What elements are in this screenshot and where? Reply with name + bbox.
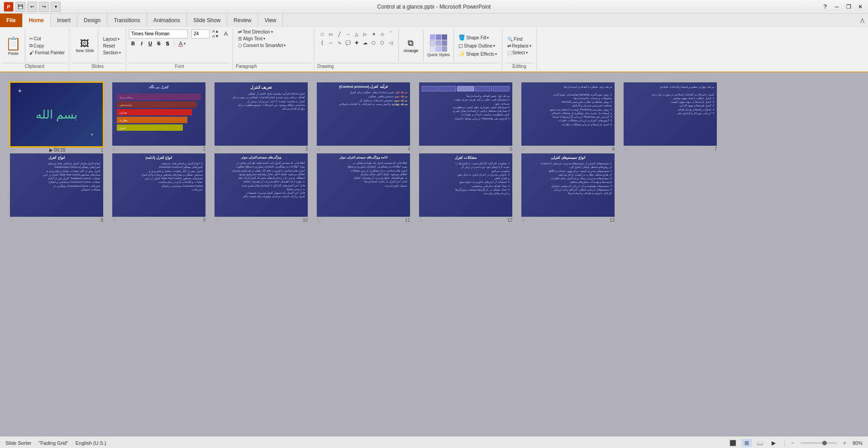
zoom-handle[interactable] bbox=[822, 441, 827, 445]
slide-sorter-area: بسم الله ✦ ✦ ☆ ▶ 00:15 1 کنترل بی نگاه bbox=[0, 72, 868, 436]
undo-quick-access[interactable]: ↩ bbox=[27, 2, 37, 12]
find-button[interactable]: 🔍 Find bbox=[505, 36, 534, 42]
zoom-level[interactable]: 80% bbox=[853, 440, 863, 446]
font-size-box[interactable]: 24 bbox=[191, 29, 210, 38]
slide-12-title: مشکلات کنترل bbox=[419, 153, 512, 161]
slide-thumb[interactable]: مرحله چهارم: تنظیم برنامه‌ها و اقدامات ا… bbox=[623, 81, 718, 153]
slide-thumb[interactable]: مشکلات کنترل 1. مقاومت کارکنان: کارکنان … bbox=[418, 153, 513, 223]
slide-thumb[interactable]: مرحله اول: تعیین اهداف و استانداردها 1.م… bbox=[418, 81, 513, 153]
tab-transitions[interactable]: Transitions bbox=[107, 14, 147, 27]
slide-thumb[interactable]: انواع سیستم‌های کنترلی 1. سیستم‌های کنتر… bbox=[520, 153, 615, 223]
help-button[interactable]: ? bbox=[821, 3, 829, 11]
strikethrough-button[interactable]: S bbox=[155, 39, 163, 48]
shape-line[interactable]: ╱ bbox=[335, 30, 343, 38]
arrange-button[interactable]: ⧉ Arrange bbox=[401, 29, 421, 62]
layout-button[interactable]: Layout ▾ bbox=[101, 36, 123, 42]
clear-format-button[interactable]: A bbox=[222, 30, 230, 38]
shape-brace[interactable]: { bbox=[318, 38, 326, 47]
slide-7-content: مرحله چهارم: تنظیم برنامه‌ها و اقدامات ا… bbox=[624, 82, 717, 146]
normal-view-button[interactable]: ⬛ bbox=[728, 439, 738, 447]
shape-effects-button[interactable]: ✨ Shape Effects ▾ bbox=[456, 50, 499, 57]
decrease-font-button[interactable]: A▼ bbox=[211, 34, 220, 38]
slide-thumb[interactable]: ویژگی‌های سیستم کنترلی موثر اطلاعاتی که … bbox=[214, 153, 309, 223]
font-color-button[interactable]: A ▾ bbox=[176, 40, 188, 48]
italic-button[interactable]: I bbox=[138, 39, 146, 48]
tab-home[interactable]: Home bbox=[23, 14, 51, 28]
paragraph-label: Paragraph bbox=[236, 63, 311, 70]
slide-6-number: 6 bbox=[612, 147, 615, 152]
slide-1-star1: ✦ bbox=[17, 87, 23, 95]
slide-thumb[interactable]: کنترل بی نگاه برنامه ریزی سازماندهی هدای… bbox=[111, 81, 206, 153]
slide-sorter-button[interactable]: ⊞ bbox=[742, 439, 752, 447]
reset-button[interactable]: Reset bbox=[101, 43, 123, 49]
tab-insert[interactable]: Insert bbox=[51, 14, 77, 27]
redo-quick-access[interactable]: ↪ bbox=[39, 2, 49, 12]
section-button[interactable]: Section ▾ bbox=[101, 50, 123, 56]
bold-button[interactable]: B bbox=[129, 39, 137, 48]
tab-design[interactable]: Design bbox=[77, 14, 107, 27]
tab-animations[interactable]: Animations bbox=[147, 14, 187, 27]
slide-4-container: فرآیند کنترل (Control process) مرحله اول… bbox=[316, 81, 411, 147]
copy-button[interactable]: ⧉ Copy bbox=[27, 43, 67, 49]
slide-thumb[interactable]: ادامه ویژگی‌های سیستم کنترلی موثر اطلاعا… bbox=[316, 153, 411, 223]
align-text-button[interactable]: ☰ Align Text ▾ bbox=[236, 36, 267, 42]
slide-thumb[interactable]: فرآیند کنترل (Control process) مرحله اول… bbox=[316, 81, 411, 153]
shape-cross[interactable]: ✚ bbox=[353, 38, 361, 47]
quick-styles-button[interactable]: Quick Styles bbox=[426, 29, 451, 62]
slideshow-view-button[interactable]: ▶ bbox=[769, 439, 779, 447]
slide-thumb[interactable]: تعریف کنترل کنترل،Control فرآیند مقایسه … bbox=[214, 81, 309, 153]
customize-quick-access[interactable]: ▾ bbox=[51, 2, 61, 12]
close-button[interactable]: ✕ bbox=[856, 3, 864, 11]
qs-cell-9 bbox=[442, 46, 447, 52]
shape-pentagon[interactable]: ⬠ bbox=[370, 38, 378, 47]
minimize-button[interactable]: ─ bbox=[833, 3, 841, 11]
ribbon-collapse[interactable]: ⋀ bbox=[857, 14, 868, 27]
zoom-in-button[interactable]: ＋ bbox=[842, 439, 847, 446]
text-direction-button[interactable]: ⇄ Text Direction ▾ bbox=[236, 29, 275, 35]
slide-5-number: 5 bbox=[510, 147, 512, 152]
new-slide-button[interactable]: 🖼 New Slide bbox=[72, 29, 98, 62]
format-painter-button[interactable]: 🖌 Format Painter bbox=[27, 50, 67, 56]
zoom-slider[interactable] bbox=[801, 442, 837, 444]
restore-button[interactable]: ❐ bbox=[844, 3, 853, 11]
shape-hex[interactable]: ⬡ bbox=[378, 38, 386, 47]
shape-more2[interactable]: ◁ bbox=[387, 38, 395, 47]
shape-more[interactable]: ▷ bbox=[361, 30, 369, 38]
shape-triangle[interactable]: △ bbox=[353, 30, 361, 38]
shape-chevron[interactable]: ⌒ bbox=[387, 30, 395, 38]
drawing-sep2 bbox=[423, 30, 424, 62]
slide-thumb[interactable]: مرحله دوم: عملکرد با اهداف و استانداردها… bbox=[520, 81, 615, 153]
shape-cloud[interactable]: ☁ bbox=[361, 38, 369, 47]
shape-outline-button[interactable]: ◻ Shape Outline ▾ bbox=[456, 42, 499, 49]
paste-button[interactable]: 📋 Paste bbox=[2, 29, 25, 62]
shape-curve[interactable]: ∿ bbox=[335, 38, 343, 47]
cut-icon: ✂ bbox=[29, 36, 33, 41]
shape-callout[interactable]: 💬 bbox=[344, 38, 352, 47]
underline-button[interactable]: U bbox=[146, 39, 154, 48]
shape-arrow[interactable]: → bbox=[344, 30, 352, 38]
replace-button[interactable]: ⇄ Replace ▾ bbox=[505, 43, 534, 49]
slide-1-time: ▶ 00:15 bbox=[49, 148, 66, 153]
convert-smartart-button[interactable]: ⬡ Convert to SmartArt ▾ bbox=[236, 43, 288, 48]
font-name-box[interactable]: Times New Roman bbox=[129, 29, 188, 38]
shadow-button[interactable]: S bbox=[163, 39, 172, 48]
tab-slideshow[interactable]: Slide Show bbox=[187, 14, 227, 27]
select-button[interactable]: ⬚ Select ▾ bbox=[505, 50, 534, 56]
shape-arc[interactable]: ⌓ bbox=[327, 38, 335, 47]
slide-thumb[interactable]: انواع کنترل (ادامه) با انواع کنترل براسا… bbox=[111, 153, 206, 223]
shape-star[interactable]: ✦ bbox=[370, 30, 378, 38]
shape-diamond[interactable]: ◇ bbox=[378, 30, 386, 38]
save-quick-access[interactable]: 💾 bbox=[15, 2, 25, 12]
tab-review[interactable]: Review bbox=[227, 14, 258, 27]
cut-button[interactable]: ✂ Cut bbox=[27, 36, 67, 42]
reading-view-button[interactable]: 📖 bbox=[755, 439, 765, 447]
increase-font-button[interactable]: A▲ bbox=[211, 29, 220, 33]
shape-round-rect[interactable]: ▭ bbox=[327, 30, 335, 38]
tab-view[interactable]: View bbox=[258, 14, 283, 27]
tab-file[interactable]: File bbox=[0, 14, 23, 27]
slide-thumb[interactable]: بسم الله ✦ ✦ ☆ ▶ 00:15 1 bbox=[9, 81, 104, 153]
shape-rect[interactable]: □ bbox=[318, 30, 326, 38]
slide-thumb[interactable]: انواع کنترل انواع کنترل شامل کنترل براسا… bbox=[9, 153, 104, 223]
zoom-out-button[interactable]: － bbox=[790, 439, 795, 446]
shape-fill-button[interactable]: 🪣 Shape Fill ▾ bbox=[456, 34, 499, 41]
